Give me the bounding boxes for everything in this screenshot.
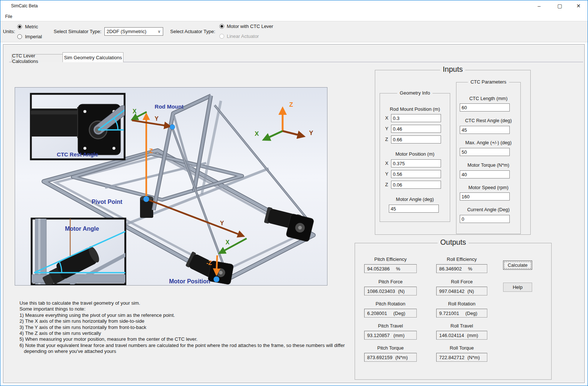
roll-efficiency-value: 86.346902% (436, 264, 487, 273)
motor-torque-label: Motor Torque (N*m) (456, 162, 520, 168)
rod-mount-label: Rod Mount (155, 103, 183, 110)
outputs-title: Outputs (438, 238, 469, 247)
note-line: Some important things to note: (19, 306, 358, 312)
roll-torque-label: Roll Torque (436, 345, 487, 351)
roll-rotation-label: Roll Rotation (436, 301, 487, 307)
pitch-torque-label: Pitch Torque (364, 345, 417, 351)
notes-text: Use this tab to calculate the travel geo… (19, 300, 358, 355)
motor-speed-field[interactable] (460, 192, 510, 201)
motor-position-point (214, 276, 219, 282)
value: 1086.023403 (365, 288, 395, 294)
imperial-radio-label: Imperial (25, 34, 42, 39)
roll-travel-label: Roll Travel (436, 323, 487, 329)
minimize-icon[interactable]: – (531, 0, 548, 12)
unit: % (468, 266, 472, 272)
note-line: 6) Note that your equivalent linear forc… (19, 343, 358, 348)
roll-torque-value: 722.842712(N*m) (436, 353, 487, 362)
ctc-parameters-group: CTC Parameters CTC Length (mm) CTC Rest … (456, 82, 521, 234)
motor-position-x-field[interactable] (391, 159, 441, 167)
rod-mount-z-field[interactable] (391, 135, 441, 144)
triad-x-label: X (255, 130, 259, 137)
diagram-svg: Z X Y Rod Mount Pivot Point Motor Positi… (15, 88, 327, 285)
triad-z-label: Z (289, 101, 293, 108)
roll-force-label: Roll Force (436, 279, 487, 284)
maximize-icon[interactable]: ▢ (551, 0, 568, 12)
pitch-torque-value: 873.692159(N*m) (364, 353, 417, 362)
value: 86.346902 (437, 266, 462, 272)
pitch-travel-value: 93.120857(mm) (364, 331, 417, 340)
unit: (N) (467, 288, 474, 294)
geometry-info-group: Geometry Info Rod Mount Position (m) X Y… (380, 93, 450, 222)
motor-angle-field[interactable] (389, 205, 439, 213)
linear-actuator-radio (219, 34, 224, 39)
motor-position-label: Motor Position (169, 278, 210, 284)
pitch-travel-label: Pitch Travel (364, 323, 417, 329)
tab-sim-geometry-calculations[interactable]: Sim Geometry Calculations (62, 52, 123, 62)
linear-actuator-radio-label: Linear Actuator (227, 33, 259, 39)
triad-y-label: Y (309, 130, 313, 137)
menu-file[interactable]: File (3, 13, 14, 20)
roll-rotation-value: 9.721001(Deg) (436, 309, 487, 318)
value: 146.024114 (437, 333, 464, 338)
ctc-rest-angle-label: CTC Rest Angle (57, 151, 98, 157)
current-angle-label: Current Angle (Deg) (456, 207, 520, 212)
upper-x-label: X (133, 108, 137, 114)
max-angle-field[interactable] (460, 148, 510, 156)
rod-mount-x-field[interactable] (391, 114, 441, 122)
motor-position-input-label: Motor Position (m) (380, 151, 450, 157)
value: 722.842712 (437, 355, 465, 360)
motor-ctc-lever-radio[interactable] (219, 24, 224, 29)
motor-position-x-label: X (385, 160, 388, 166)
units-label: Units: (3, 29, 15, 34)
rod-mount-point (170, 124, 175, 130)
roll-force-value: 997.048142(N) (436, 287, 487, 295)
metric-radio[interactable] (17, 24, 22, 29)
simulator-type-select[interactable]: 2DOF (Symmetric) ∨ (104, 27, 163, 36)
note-line: 1) Measure everything using the pivot of… (19, 312, 358, 318)
current-angle-field[interactable] (460, 215, 510, 223)
rod-mount-x-label: X (385, 115, 388, 121)
motor-torque-field[interactable] (460, 170, 510, 178)
help-button[interactable]: Help (503, 283, 532, 292)
motor-position-z-label: Z (385, 182, 388, 187)
rod-mount-y-field[interactable] (391, 125, 441, 133)
note-line: 4) The Z axis of the sim runs vertically (19, 330, 358, 336)
upper-z-label: Z (149, 148, 153, 154)
note-line: 2) The X axis of the sim runs horizontal… (19, 318, 358, 324)
tab-ctc-lever-calculations[interactable]: CTC Lever Calculations (12, 54, 63, 62)
motor-position-y-field[interactable] (391, 170, 441, 178)
close-icon[interactable]: ✕ (570, 0, 587, 12)
value: 873.692159 (365, 355, 392, 360)
value: 93.120857 (365, 333, 390, 338)
unit: (Deg) (393, 311, 405, 316)
pitch-force-label: Pitch Force (364, 279, 417, 284)
unit: % (396, 266, 400, 272)
roll-efficiency-label: Roll Efficiency (436, 256, 487, 262)
rod-mount-position-label: Rod Mount Position (m) (380, 106, 450, 112)
lower-y-label: Y (220, 220, 224, 226)
inputs-group: Inputs Geometry Info Rod Mount Position … (375, 70, 531, 235)
unit: (N*m) (467, 355, 480, 360)
calculate-button[interactable]: Calculate (503, 261, 532, 270)
value: 9.721001 (437, 311, 459, 316)
unit: (mm) (467, 333, 478, 338)
actuator-type-label: Select Actuator Type: (170, 29, 215, 34)
value: 6.208001 (365, 311, 387, 316)
motor-position-z-field[interactable] (391, 181, 441, 189)
motor-angle-input-label: Motor Angle (deg) (380, 196, 450, 202)
unit: (N) (398, 288, 405, 294)
max-angle-label: Max. Angle (+/-) (deg) (456, 140, 520, 145)
rod-mount-z-label: Z (385, 137, 388, 142)
unit: (N*m) (395, 355, 408, 360)
pitch-efficiency-value: 94.052386% (364, 264, 417, 273)
motor-angle-label: Motor Angle (65, 226, 99, 232)
window-title: SimCalc Beta (11, 3, 38, 8)
ctc-rest-angle-field[interactable] (460, 126, 510, 134)
inputs-title: Inputs (440, 65, 465, 74)
sim-geometry-diagram: Z X Y Rod Mount Pivot Point Motor Positi… (15, 87, 327, 286)
pivot-point-marker (143, 196, 149, 202)
lower-negz-label: -Z (206, 260, 212, 266)
ctc-length-field[interactable] (460, 103, 510, 111)
ctc-length-label: CTC Length (mm) (456, 96, 520, 101)
imperial-radio[interactable] (17, 34, 22, 39)
